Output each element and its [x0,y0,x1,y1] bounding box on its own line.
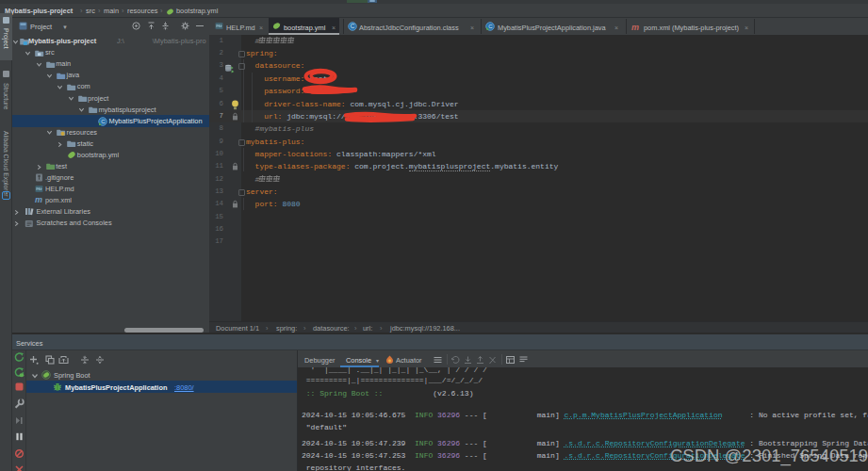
svg-text:C: C [351,23,355,29]
svg-text:C: C [488,24,493,29]
svg-text:C: C [101,119,106,124]
